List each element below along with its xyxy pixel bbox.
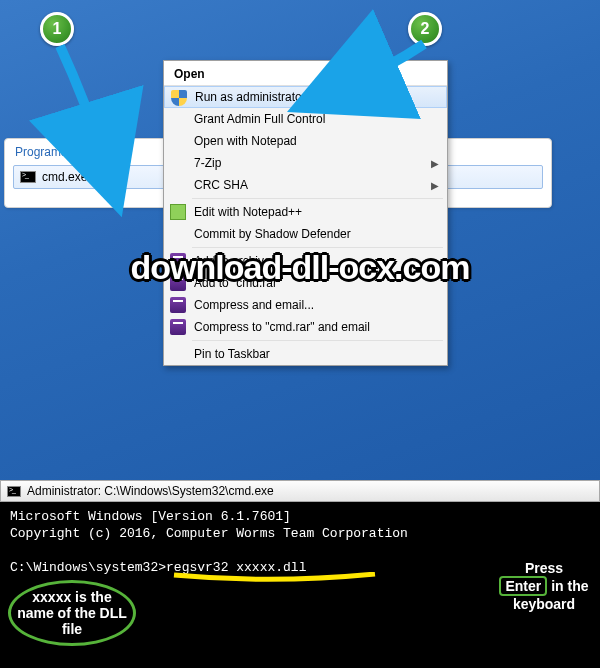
menu-item-label: Open with Notepad — [194, 134, 297, 148]
menu-separator — [192, 247, 443, 248]
context-menu-head[interactable]: Open — [164, 61, 447, 86]
shield-icon — [171, 90, 187, 106]
cmd-icon — [20, 171, 36, 183]
programs-item-label: cmd.exe — [42, 170, 87, 184]
archive-icon — [170, 275, 186, 291]
cmd-line2: Copyright (c) 2016, Computer Worms Team … — [10, 526, 408, 541]
menu-item-label: Pin to Taskbar — [194, 347, 270, 361]
context-menu: Open Run as administrator Grant Admin Fu… — [163, 60, 448, 366]
submenu-arrow-icon: ▶ — [431, 158, 439, 169]
callout-text: xxxxx is the name of the DLL file — [17, 589, 127, 637]
menu-item-label: Add to archive... — [194, 254, 281, 268]
callout-press-enter: Press Enter in the keyboard — [492, 552, 596, 620]
menu-separator — [192, 198, 443, 199]
menu-item-label: Edit with Notepad++ — [194, 205, 302, 219]
submenu-arrow-icon: ▶ — [431, 180, 439, 191]
menu-pin-taskbar[interactable]: Pin to Taskbar — [164, 343, 447, 365]
menu-7zip[interactable]: 7-Zip▶ — [164, 152, 447, 174]
menu-open-notepad[interactable]: Open with Notepad — [164, 130, 447, 152]
yellow-underline — [172, 570, 377, 577]
menu-compress-email[interactable]: Compress and email... — [164, 294, 447, 316]
menu-add-cmdrar[interactable]: Add to "cmd.rar" — [164, 272, 447, 294]
menu-item-label: Compress to "cmd.rar" and email — [194, 320, 370, 334]
callout-enter-key: Enter — [499, 576, 547, 596]
menu-item-label: Grant Admin Full Control — [194, 112, 325, 126]
notepadpp-icon — [170, 204, 186, 220]
archive-icon — [170, 253, 186, 269]
menu-item-label: Add to "cmd.rar" — [194, 276, 281, 290]
cmd-titlebar: Administrator: C:\Windows\System32\cmd.e… — [0, 480, 600, 502]
step-badge-2: 2 — [408, 12, 442, 46]
menu-item-label: Compress and email... — [194, 298, 314, 312]
step-badge-1: 1 — [40, 12, 74, 46]
menu-crc-sha[interactable]: CRC SHA▶ — [164, 174, 447, 196]
callout-press: Press — [525, 560, 563, 576]
callout-in-the: in the — [551, 578, 588, 594]
menu-compress-cmdrar-email[interactable]: Compress to "cmd.rar" and email — [164, 316, 447, 338]
menu-item-label: Commit by Shadow Defender — [194, 227, 351, 241]
menu-add-archive[interactable]: Add to archive... — [164, 250, 447, 272]
cmd-prompt: C:\Windows\system32> — [10, 560, 166, 575]
callout-keyboard: keyboard — [513, 596, 575, 612]
archive-icon — [170, 297, 186, 313]
menu-item-label: CRC SHA — [194, 178, 248, 192]
callout-dll-name: xxxxx is the name of the DLL file — [8, 580, 136, 646]
desktop-background: Programs (1) cmd.exe Open Run as adminis… — [0, 0, 600, 480]
archive-icon — [170, 319, 186, 335]
menu-item-label: 7-Zip — [194, 156, 221, 170]
menu-edit-npp[interactable]: Edit with Notepad++ — [164, 201, 447, 223]
menu-item-label: Run as administrator — [195, 90, 306, 104]
menu-run-as-administrator[interactable]: Run as administrator — [164, 86, 447, 108]
cmd-icon — [7, 486, 21, 497]
cmd-line1: Microsoft Windows [Version 6.1.7601] — [10, 509, 291, 524]
cmd-title-text: Administrator: C:\Windows\System32\cmd.e… — [27, 484, 274, 498]
menu-commit-shadow[interactable]: Commit by Shadow Defender — [164, 223, 447, 245]
menu-separator — [192, 340, 443, 341]
menu-grant-admin[interactable]: Grant Admin Full Control — [164, 108, 447, 130]
